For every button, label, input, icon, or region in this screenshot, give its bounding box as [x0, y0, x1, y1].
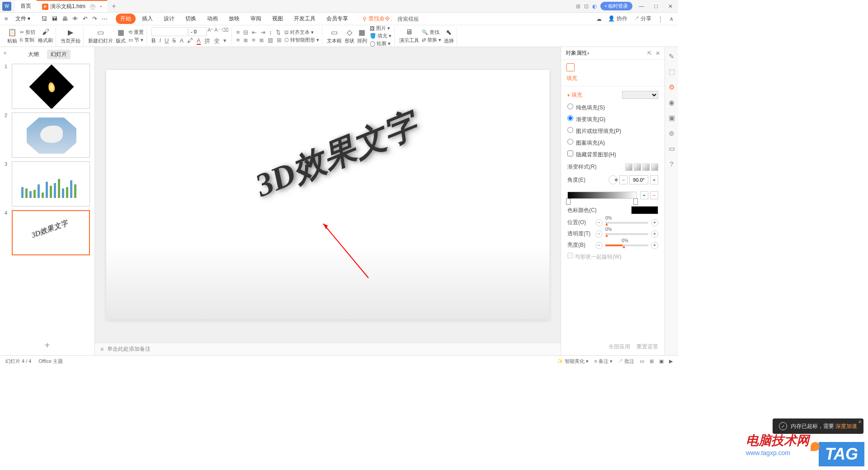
menu-tab-dev[interactable]: 开发工具	[289, 14, 320, 24]
menu-more-icon[interactable]: ⋮	[658, 16, 663, 22]
animation-icon[interactable]: ◉	[669, 99, 675, 107]
menu-tab-slideshow[interactable]: 放映	[224, 14, 244, 24]
align-text-button[interactable]: ⊡ 对齐文本 ▾	[284, 29, 319, 36]
adjust-icon[interactable]: ⚙	[669, 83, 675, 91]
menu-tab-vip[interactable]: 会员专享	[322, 14, 353, 24]
columns-icon[interactable]: ▥	[268, 37, 273, 43]
find-button[interactable]: 🔍 查找	[422, 29, 441, 36]
bold-icon[interactable]: B	[151, 37, 156, 45]
thumb-3[interactable]: 3	[5, 161, 90, 207]
angle-decrease[interactable]: −	[619, 175, 627, 184]
print-icon[interactable]: 🖶	[62, 15, 68, 22]
thumb-2[interactable]: 2	[5, 113, 90, 158]
share-button[interactable]: ↗ 分享	[634, 15, 651, 23]
underline-icon[interactable]: U	[165, 37, 169, 45]
highlight-icon[interactable]: 🖍	[187, 37, 193, 45]
font-style-icon[interactable]: A	[179, 37, 184, 45]
bright-dec[interactable]: −	[595, 242, 603, 249]
radio-picture[interactable]: 图片或纹理填充(P)	[567, 127, 658, 135]
beautify-button[interactable]: ✨ 智能美化 ▾	[557, 358, 589, 365]
template-icon[interactable]: ⬚	[669, 68, 675, 76]
angle-input[interactable]	[629, 175, 648, 184]
book-icon[interactable]: ▭	[669, 145, 675, 153]
font-size-select[interactable]	[189, 27, 207, 36]
fill-button[interactable]: 🪣 填充 ▾	[370, 33, 392, 39]
print-preview-icon[interactable]: 👁	[72, 15, 78, 22]
radio-gradient[interactable]: 渐变填充(G)	[567, 115, 658, 123]
view-sorter-icon[interactable]: ⊞	[650, 358, 654, 364]
font-family-select[interactable]	[151, 27, 188, 36]
shapes-button[interactable]: ◇形状	[344, 28, 354, 44]
close-button[interactable]: ✕	[665, 1, 676, 12]
location-icon[interactable]: ⊚	[669, 129, 675, 137]
pin-icon[interactable]: ⇱	[647, 50, 652, 56]
hamburger-icon[interactable]: ≡	[5, 15, 8, 22]
reset-button[interactable]: ⟲ 重置	[128, 29, 144, 36]
save-as-icon[interactable]: 🖬	[52, 15, 57, 22]
design-icon[interactable]: ✎	[669, 52, 675, 61]
save-icon[interactable]: 🖫	[41, 15, 47, 22]
login-button[interactable]: • 临时登录	[600, 2, 632, 10]
textbox-button[interactable]: ▭文本框	[327, 28, 342, 44]
fill-tab-icon[interactable]	[566, 63, 575, 71]
phonetic-icon[interactable]: 拼	[204, 37, 210, 45]
cloud-sync-icon[interactable]: ☁	[596, 16, 602, 22]
add-tab-button[interactable]: +	[107, 2, 120, 10]
align-center-icon[interactable]: ≣	[243, 37, 248, 43]
align-left-icon[interactable]: ≡	[236, 37, 240, 43]
remove-stop-icon[interactable]: −	[650, 191, 658, 199]
replace-button[interactable]: ⇄ 替换 ▾	[422, 37, 441, 43]
minimize-button[interactable]: —	[636, 1, 647, 12]
change-case-icon[interactable]: 变	[214, 37, 220, 45]
strike-icon[interactable]: S̶	[172, 37, 176, 45]
position-inc[interactable]: +	[651, 219, 658, 226]
copy-button[interactable]: ⎘ 复制	[20, 37, 35, 43]
bullets-icon[interactable]: ≡	[236, 29, 240, 36]
picture-button[interactable]: 🖼 图片 ▾	[370, 25, 392, 32]
tab-refresh-icon[interactable]: ⟳	[90, 4, 95, 9]
menu-tab-transition[interactable]: 切换	[181, 14, 201, 24]
thumb-1[interactable]: 1	[5, 64, 90, 109]
brightness-slider[interactable]: 0%▴	[605, 244, 648, 246]
thumb-4[interactable]: 4 3D效果文字	[5, 210, 90, 255]
reset-bg-button[interactable]: 重置背景	[637, 343, 658, 351]
menu-tab-animation[interactable]: 动画	[203, 14, 222, 24]
bright-inc[interactable]: +	[651, 242, 658, 249]
view-slideshow-icon[interactable]: ▶	[669, 358, 673, 364]
tab-outline[interactable]: 大纲	[24, 50, 42, 59]
trans-inc[interactable]: +	[651, 230, 658, 238]
italic-icon[interactable]: I	[159, 37, 161, 45]
maximize-button[interactable]: □	[651, 1, 661, 12]
tab-home[interactable]: 首页	[15, 0, 37, 12]
view-reading-icon[interactable]: ▣	[659, 358, 664, 364]
slide-canvas[interactable]: 3D效果文字	[106, 70, 549, 320]
position-slider[interactable]: 0%▴	[605, 222, 648, 224]
arrange-button[interactable]: ▦排列	[357, 28, 367, 44]
clear-format-icon[interactable]: ⌫	[222, 27, 229, 36]
font-color-icon[interactable]: A	[197, 37, 201, 45]
line-spacing-icon[interactable]: ↕	[269, 29, 272, 36]
position-dec[interactable]: −	[595, 219, 603, 226]
menu-tab-review[interactable]: 审阅	[246, 14, 266, 24]
decrease-font-icon[interactable]: A⁻	[214, 27, 220, 36]
numbering-icon[interactable]: ⊟	[243, 29, 248, 36]
tab-file[interactable]: P 演示文稿1.htm ⟳ •	[37, 0, 107, 12]
layout-icon[interactable]: ⊞	[576, 3, 580, 9]
close-panel-icon[interactable]: ✕	[656, 50, 660, 56]
sections-button[interactable]: ▭ 节 ▾	[128, 37, 144, 43]
transition-icon[interactable]: ▣	[669, 114, 675, 122]
apps-icon[interactable]: ⊡	[584, 3, 589, 9]
menu-tab-insert[interactable]: 插入	[137, 14, 157, 24]
angle-dial[interactable]	[609, 175, 618, 184]
search-command-link[interactable]: 查找命令、	[368, 15, 396, 23]
fill-preset-select[interactable]	[622, 91, 658, 99]
redo-icon[interactable]: ↷	[92, 15, 97, 22]
add-stop-icon[interactable]: +	[640, 191, 648, 199]
apply-all-button[interactable]: 全部应用	[609, 343, 630, 351]
cut-button[interactable]: ✂ 剪切	[20, 29, 35, 36]
angle-increase[interactable]: +	[650, 175, 658, 184]
tab-slides[interactable]: 幻灯片	[47, 50, 71, 59]
indent-dec-icon[interactable]: ⇤	[252, 29, 257, 36]
select-button[interactable]: ⬉选择	[444, 28, 454, 44]
align-justify-icon[interactable]: ≣	[259, 37, 264, 43]
